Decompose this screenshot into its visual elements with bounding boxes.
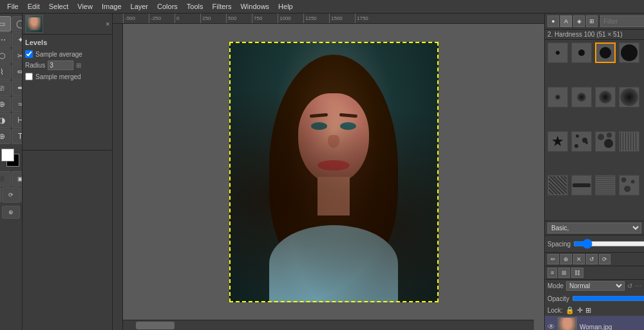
measure-tool[interactable]: ⊢ xyxy=(12,113,23,128)
brush-ctrl-3[interactable]: ✕ xyxy=(573,254,585,264)
brush-icon-3[interactable]: ◈ xyxy=(573,15,585,27)
radius-input[interactable] xyxy=(48,60,73,70)
color-swatch-area xyxy=(1,149,21,167)
menu-filters[interactable]: Filters xyxy=(208,1,236,12)
menu-help[interactable]: Help xyxy=(274,1,298,12)
quick-mask[interactable]: ▣ xyxy=(12,171,23,187)
paths-tool[interactable]: ⌇ xyxy=(0,64,11,80)
brush-ctrl-1[interactable]: ✏ xyxy=(547,254,559,264)
spacing-slider[interactable] xyxy=(573,237,644,250)
opacity-slider[interactable] xyxy=(572,293,644,304)
lock-alpha-btn[interactable]: ⊞ xyxy=(585,306,591,315)
menubar: File Edit Select View Image Layer Colors… xyxy=(0,0,644,14)
brush-3[interactable] xyxy=(595,42,616,63)
menu-colors[interactable]: Colors xyxy=(153,1,182,12)
mode-select[interactable]: Normal Multiply Screen xyxy=(566,281,625,291)
paintbrush-tool[interactable]: ✏ xyxy=(12,64,23,80)
lock-pixels-btn[interactable]: 🔒 xyxy=(565,306,574,315)
brush-icon-4[interactable]: ⊞ xyxy=(586,15,598,27)
brush-icon-2[interactable]: A xyxy=(560,15,572,27)
menu-image[interactable]: Image xyxy=(97,1,126,12)
color-select-tool[interactable]: ⬡ xyxy=(0,48,11,64)
smudge-tool[interactable]: ≈ xyxy=(12,96,23,112)
layer-thumbnail xyxy=(558,317,577,330)
brush-9[interactable]: ★ xyxy=(547,131,568,152)
image-wrapper xyxy=(229,42,439,302)
brush-7[interactable] xyxy=(595,87,616,107)
foreground-color[interactable] xyxy=(1,149,14,161)
rotate-tool[interactable]: ⟳ xyxy=(2,187,20,203)
ellipse-select-tool[interactable]: ◯ xyxy=(12,16,23,32)
menu-select[interactable]: Select xyxy=(44,1,73,12)
zoom-reset-tool[interactable]: ⊕ xyxy=(2,206,20,219)
brush-13[interactable] xyxy=(547,175,568,196)
brush-15[interactable] xyxy=(595,175,616,196)
scissors-tool[interactable]: ✂ xyxy=(12,48,23,64)
fuzzy-select-tool[interactable]: ✦ xyxy=(12,32,23,48)
pencil-tool[interactable]: ✒ xyxy=(12,80,23,96)
menu-tools[interactable]: Tools xyxy=(182,1,208,12)
brush-2[interactable] xyxy=(571,42,592,63)
sample-average-checkbox[interactable] xyxy=(25,50,33,58)
canvas-container: -500 -250 0 250 500 750 1000 1250 1500 1… xyxy=(113,14,544,330)
text-tool[interactable]: T xyxy=(12,129,23,144)
brush-icon-1[interactable]: ● xyxy=(547,15,559,27)
brush-14[interactable] xyxy=(571,175,592,196)
layer-item-0[interactable]: 👁 Woman.jpg xyxy=(545,316,644,330)
canvas-area[interactable] xyxy=(123,24,544,320)
layers-menu-btn[interactable]: ≡ xyxy=(547,268,557,278)
rect-select-tool[interactable]: ▭ xyxy=(0,16,11,32)
brush-8[interactable] xyxy=(619,87,639,107)
brush-5[interactable] xyxy=(547,87,568,107)
doc-thumbnail xyxy=(25,15,43,33)
menu-edit[interactable]: Edit xyxy=(23,1,44,12)
layer-name: Woman.jpg xyxy=(580,324,612,331)
left-panel: × Levels Sample average Radius ⊞ Sample … xyxy=(23,14,113,330)
ruler-tick-9: 1750 xyxy=(355,14,381,24)
sample-average-label: Sample average xyxy=(35,51,82,58)
hscroll-thumb[interactable] xyxy=(136,322,175,329)
brush-12[interactable] xyxy=(619,131,639,152)
flip-tool[interactable]: ⇔ xyxy=(0,187,1,203)
eraser-tool[interactable]: ⎚ xyxy=(0,80,11,96)
zoom-tool[interactable]: ⊕ xyxy=(0,129,11,144)
menu-view[interactable]: View xyxy=(73,1,97,12)
brush-6[interactable] xyxy=(571,87,592,107)
layers-link-btn[interactable]: ⛓ xyxy=(571,268,583,278)
free-select-tool[interactable]: ⋯ xyxy=(0,32,11,48)
brush-11[interactable] xyxy=(595,131,616,152)
layer-thumb-inner xyxy=(558,318,576,330)
brush-1[interactable] xyxy=(547,42,568,63)
lock-move-btn[interactable]: ✛ xyxy=(577,306,583,315)
layers-view-btn[interactable]: ⊞ xyxy=(558,268,570,278)
layer-visibility-icon[interactable]: 👁 xyxy=(547,322,555,330)
mode-reset-btn[interactable]: ↺ xyxy=(627,282,632,289)
brush-settings: Spacing 10.0 xyxy=(545,235,644,252)
view-toggle[interactable]: ⬛ xyxy=(0,171,11,187)
brush-ctrl-4[interactable]: ↺ xyxy=(586,254,598,264)
menu-layer[interactable]: Layer xyxy=(126,1,153,12)
radius-stepper[interactable]: ⊞ xyxy=(76,62,81,69)
tool-group-5: ⊕ ≈ xyxy=(0,96,23,112)
brush-4[interactable] xyxy=(619,42,639,63)
tool-group-select: ▭ ◯ xyxy=(0,16,23,32)
brush-ctrl-5[interactable]: ⟳ xyxy=(599,254,611,264)
mode-row: Mode Normal Multiply Screen ↺ ⋯ xyxy=(545,280,644,292)
doc-close-btn[interactable]: × xyxy=(106,21,109,28)
portrait-face xyxy=(298,93,369,183)
brush-ctrl-2[interactable]: ⊕ xyxy=(560,254,572,264)
sample-merged-checkbox[interactable] xyxy=(25,73,33,80)
menu-file[interactable]: File xyxy=(3,1,23,12)
hscrollbar[interactable] xyxy=(123,320,534,330)
brush-10[interactable] xyxy=(571,131,592,152)
clone-tool[interactable]: ⊕ xyxy=(0,96,11,112)
brush-filter-input[interactable] xyxy=(600,15,644,27)
right-panel: ● A ◈ ⊞ 2. Hardness 100 (51 × 51) xyxy=(544,14,644,330)
mode-extra-btn[interactable]: ⋯ xyxy=(635,282,641,289)
brush-tag-select[interactable]: Basic, xyxy=(547,223,641,234)
menu-windows[interactable]: Windows xyxy=(236,1,274,12)
sample-average-row: Sample average xyxy=(25,49,109,59)
brush-16[interactable] xyxy=(619,175,639,196)
tool-group-free: ⋯ ✦ xyxy=(0,32,23,48)
dodge-tool[interactable]: ◑ xyxy=(0,113,11,128)
